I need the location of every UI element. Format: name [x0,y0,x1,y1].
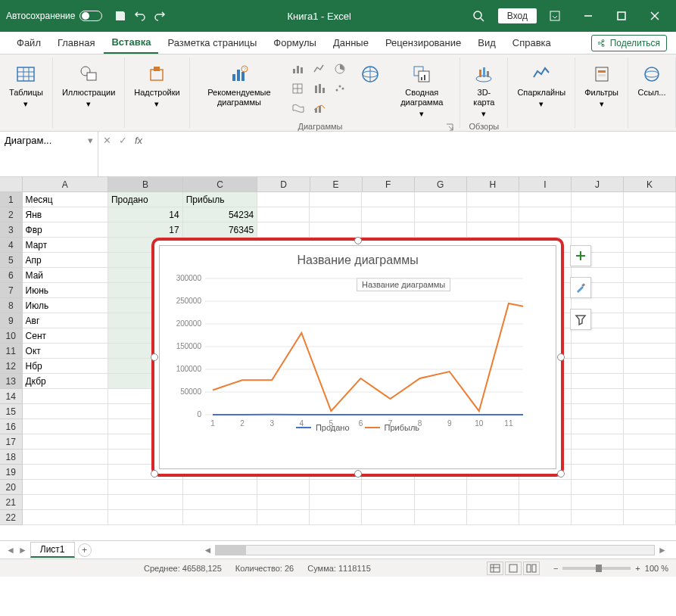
cell[interactable]: Дкбр [23,374,108,389]
column-header[interactable]: G [415,177,467,192]
row-header[interactable]: 8 [0,298,23,313]
scatter-chart-icon[interactable] [331,80,350,97]
cell[interactable] [624,434,676,450]
cancel-formula-icon[interactable]: ✕ [103,135,111,146]
cell[interactable] [572,434,624,450]
page-layout-view-icon[interactable] [505,562,522,575]
tab-help[interactable]: Справка [505,33,559,53]
redo-icon[interactable] [154,10,166,22]
zoom-control[interactable]: − + 100 % [553,564,668,573]
cell[interactable] [183,495,258,510]
cell[interactable]: Окт [23,344,108,359]
cell[interactable] [624,359,676,374]
cell[interactable] [23,419,108,434]
tab-view[interactable]: Вид [470,33,503,53]
row-header[interactable]: 11 [0,344,23,359]
cell[interactable] [624,222,676,238]
line-chart-icon[interactable] [310,61,329,77]
cell[interactable] [624,344,676,359]
cell[interactable] [108,495,183,510]
zoom-value[interactable]: 100 % [645,564,668,573]
cell[interactable] [257,207,310,222]
map-chart-icon[interactable] [288,100,308,117]
row-header[interactable]: 18 [0,450,23,465]
illustrations-button[interactable]: Иллюстрации ▾ [58,59,120,112]
cell[interactable] [572,222,624,238]
row-header[interactable]: 6 [0,268,23,283]
cell[interactable] [183,480,258,495]
tab-insert[interactable]: Вставка [104,32,158,54]
row-header[interactable]: 13 [0,374,23,389]
cell[interactable] [519,510,572,525]
chart-elements-button[interactable] [570,245,591,266]
cell[interactable] [572,480,624,495]
cell[interactable] [362,207,414,222]
cell[interactable] [572,495,624,510]
column-header[interactable]: F [363,177,415,192]
pie-chart-icon[interactable] [331,61,350,77]
cell[interactable]: 54234 [183,207,258,222]
save-icon[interactable] [114,10,126,22]
minimize-icon[interactable] [573,5,603,27]
cell[interactable]: 14 [108,207,183,222]
login-button[interactable]: Вход [498,8,537,23]
cell[interactable] [624,328,676,344]
cell[interactable]: Июль [23,298,108,313]
row-header[interactable]: 16 [0,419,23,434]
cell[interactable] [572,192,624,207]
cell[interactable]: Сент [23,328,108,344]
cell[interactable] [23,450,108,465]
cell[interactable] [572,207,624,222]
name-box-input[interactable] [5,135,88,146]
cell[interactable] [624,495,676,510]
cell[interactable] [183,510,258,525]
cell[interactable] [310,222,362,238]
cell[interactable] [108,510,183,525]
row-header[interactable]: 20 [0,480,23,495]
column-chart-icon[interactable] [288,61,308,77]
cell[interactable]: 76345 [183,222,258,238]
fx-icon[interactable]: fx [135,135,142,146]
maps-button[interactable] [355,59,385,89]
close-icon[interactable] [640,5,670,27]
add-sheet-button[interactable]: + [78,543,92,557]
tab-layout[interactable]: Разметка страницы [160,33,264,53]
row-header[interactable]: 9 [0,313,23,328]
cell[interactable] [572,389,624,404]
sheet-prev-icon[interactable]: ◄ [6,545,15,555]
cell[interactable]: Июнь [23,283,108,298]
row-header[interactable]: 2 [0,207,23,222]
sheet-tab[interactable]: Лист1 [30,542,75,558]
links-button[interactable]: Ссыл... [633,59,671,101]
column-header[interactable]: H [467,177,519,192]
cell[interactable] [572,374,624,389]
resize-handle-icon[interactable] [151,353,158,361]
combo-chart-icon[interactable] [310,100,329,117]
formula-input[interactable] [150,135,671,146]
name-box[interactable]: ▾ [0,132,98,176]
resize-handle-icon[interactable] [557,470,565,478]
cell[interactable] [519,495,572,510]
chevron-down-icon[interactable]: ▾ [88,135,93,146]
row-header[interactable]: 22 [0,510,23,525]
cell[interactable] [624,465,676,480]
cell[interactable] [624,283,676,298]
cell[interactable] [257,480,310,495]
cell[interactable] [572,404,624,419]
cell[interactable] [624,253,676,268]
cell[interactable]: Апр [23,253,108,268]
cell[interactable] [572,328,624,344]
cell[interactable] [362,192,414,207]
cell[interactable]: 17 [108,222,183,238]
row-header[interactable]: 10 [0,328,23,344]
pivot-chart-button[interactable]: Сводная диаграмма ▾ [388,59,455,122]
ribbon-options-icon[interactable] [540,5,570,27]
resize-handle-icon[interactable] [151,470,158,478]
chart-plot-area[interactable]: 0500001000001500002000002500003000001234… [205,275,540,418]
cell[interactable]: Янв [23,207,108,222]
cell[interactable] [467,207,519,222]
cell[interactable] [624,419,676,434]
zoom-out-icon[interactable]: − [553,564,558,573]
cell[interactable]: Авг [23,313,108,328]
spreadsheet-grid[interactable]: ABCDEFGHIJK1МесяцПроданоПрибыль2Янв14542… [0,177,676,540]
